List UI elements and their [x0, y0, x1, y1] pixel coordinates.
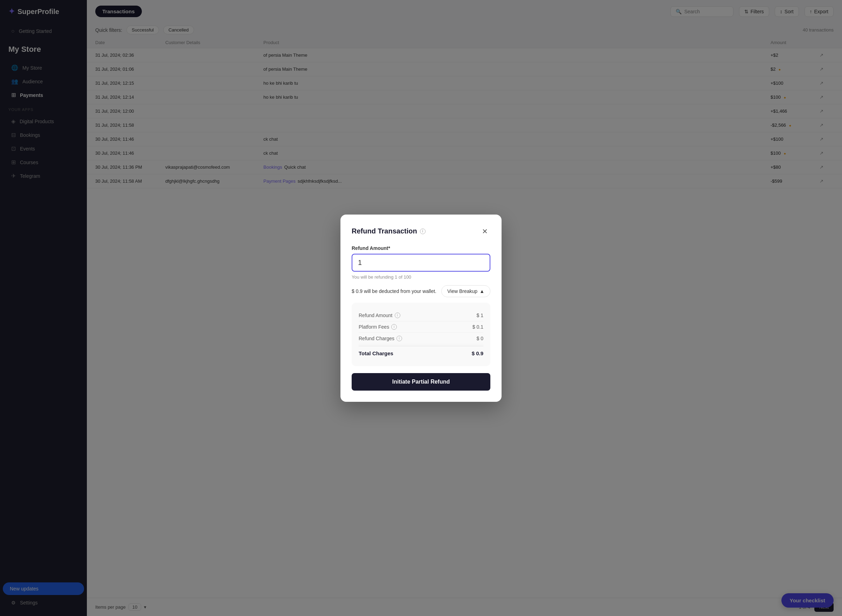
breakup-refund-value: $ 1 — [477, 312, 483, 318]
modal-close-button[interactable]: ✕ — [479, 226, 490, 237]
chevron-up-icon: ▲ — [479, 288, 484, 294]
wallet-deduction-row: $ 0.9 will be deducted from your wallet.… — [352, 285, 490, 297]
breakup-refund-label: Refund Amount i — [359, 312, 400, 318]
breakup-total-value: $ 0.9 — [472, 351, 483, 356]
modal-overlay: Refund Transaction i ✕ Refund Amount* Yo… — [0, 0, 842, 616]
modal-info-icon[interactable]: i — [420, 229, 426, 234]
breakup-platform-value: $ 0.1 — [473, 324, 483, 330]
view-breakup-label: View Breakup — [447, 288, 478, 294]
wallet-deduction-text: $ 0.9 will be deducted from your wallet. — [352, 288, 441, 294]
breakup-charges-label-text: Refund Charges — [359, 336, 394, 341]
breakup-charges-value: $ 0 — [477, 336, 483, 341]
breakup-charges-info-icon[interactable]: i — [397, 336, 402, 341]
breakup-refund-amount: Refund Amount i $ 1 — [359, 310, 483, 321]
breakup-platform-label: Platform Fees i — [359, 324, 397, 330]
breakup-refund-charges: Refund Charges i $ 0 — [359, 333, 483, 345]
refund-hint: You will be refunding 1 of 100 — [352, 274, 490, 280]
modal-title: Refund Transaction i — [352, 227, 426, 235]
refund-transaction-modal: Refund Transaction i ✕ Refund Amount* Yo… — [341, 214, 501, 402]
breakup-platform-fees: Platform Fees i $ 0.1 — [359, 321, 483, 333]
breakup-refund-label-text: Refund Amount — [359, 312, 392, 318]
breakup-platform-label-text: Platform Fees — [359, 324, 389, 330]
refund-amount-input[interactable] — [352, 254, 490, 271]
modal-title-text: Refund Transaction — [352, 227, 417, 235]
refund-amount-label: Refund Amount* — [352, 245, 490, 251]
breakup-total: Total Charges $ 0.9 — [359, 346, 483, 359]
breakup-total-label: Total Charges — [359, 351, 393, 356]
breakup-platform-info-icon[interactable]: i — [391, 324, 397, 330]
view-breakup-button[interactable]: View Breakup ▲ — [441, 285, 490, 297]
breakup-charges-label: Refund Charges i — [359, 336, 402, 341]
initiate-refund-button[interactable]: Initiate Partial Refund — [352, 373, 490, 391]
modal-header: Refund Transaction i ✕ — [352, 226, 490, 237]
breakup-refund-info-icon[interactable]: i — [395, 312, 400, 318]
breakup-panel: Refund Amount i $ 1 Platform Fees i $ 0.… — [352, 303, 490, 366]
